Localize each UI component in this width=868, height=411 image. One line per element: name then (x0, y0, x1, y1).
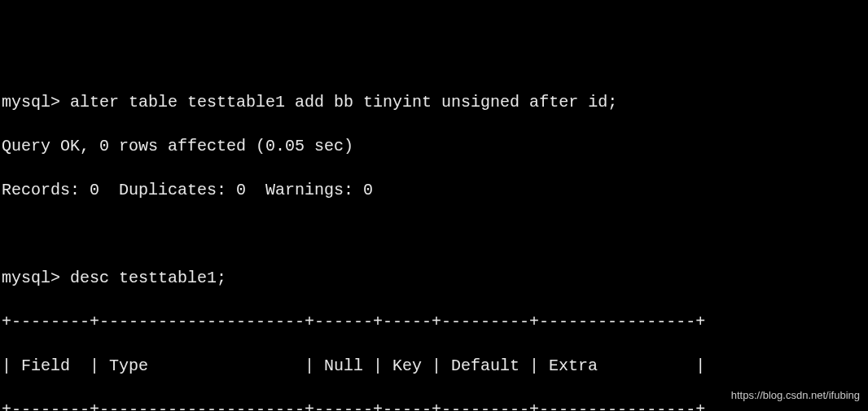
alter-command: alter table testtable1 add bb tinyint un… (70, 93, 617, 111)
blank-line (2, 223, 866, 245)
table-border-top: +--------+---------------------+------+-… (2, 311, 866, 333)
mysql-prompt: mysql> (2, 269, 60, 287)
command-line-alter: mysql> alter table testtable1 add bb tin… (2, 91, 866, 113)
records-line: Records: 0 Duplicates: 0 Warnings: 0 (2, 179, 866, 201)
desc-command: desc testtable1; (70, 269, 226, 287)
watermark-text: https://blog.csdn.net/ifubing (731, 388, 860, 403)
command-line-desc: mysql> desc testtable1; (2, 267, 866, 289)
query-ok-line: Query OK, 0 rows affected (0.05 sec) (2, 135, 866, 157)
mysql-prompt: mysql> (2, 93, 60, 111)
table-header: | Field | Type | Null | Key | Default | … (2, 355, 866, 377)
